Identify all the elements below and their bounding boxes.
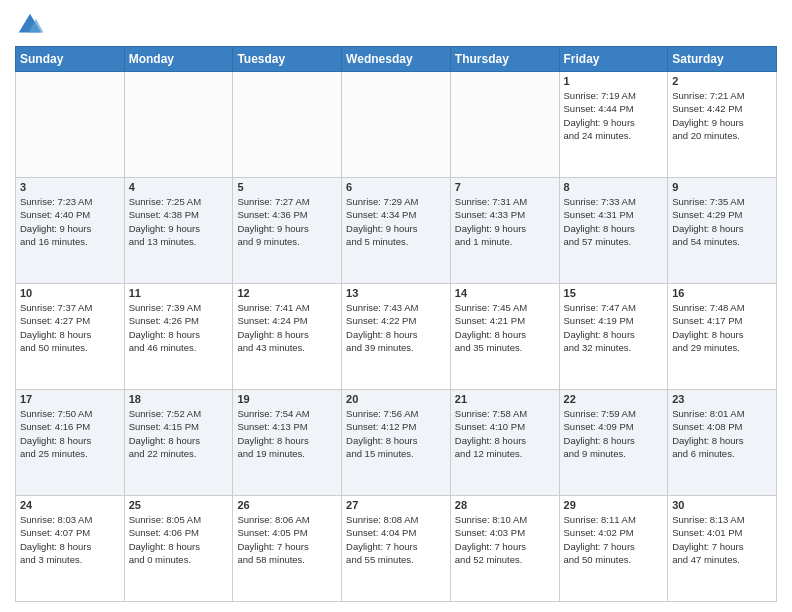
weekday-header: Wednesday	[342, 47, 451, 72]
day-number: 2	[672, 75, 772, 87]
calendar-cell: 28Sunrise: 8:10 AM Sunset: 4:03 PM Dayli…	[450, 496, 559, 602]
calendar-cell: 9Sunrise: 7:35 AM Sunset: 4:29 PM Daylig…	[668, 178, 777, 284]
calendar-cell	[450, 72, 559, 178]
calendar-cell: 14Sunrise: 7:45 AM Sunset: 4:21 PM Dayli…	[450, 284, 559, 390]
weekday-header: Tuesday	[233, 47, 342, 72]
day-info: Sunrise: 8:03 AM Sunset: 4:07 PM Dayligh…	[20, 513, 120, 566]
day-number: 25	[129, 499, 229, 511]
calendar-cell: 23Sunrise: 8:01 AM Sunset: 4:08 PM Dayli…	[668, 390, 777, 496]
weekday-header: Saturday	[668, 47, 777, 72]
day-number: 20	[346, 393, 446, 405]
day-number: 27	[346, 499, 446, 511]
day-info: Sunrise: 7:58 AM Sunset: 4:10 PM Dayligh…	[455, 407, 555, 460]
calendar-cell: 17Sunrise: 7:50 AM Sunset: 4:16 PM Dayli…	[16, 390, 125, 496]
day-number: 16	[672, 287, 772, 299]
calendar-cell: 26Sunrise: 8:06 AM Sunset: 4:05 PM Dayli…	[233, 496, 342, 602]
day-info: Sunrise: 7:39 AM Sunset: 4:26 PM Dayligh…	[129, 301, 229, 354]
day-info: Sunrise: 7:54 AM Sunset: 4:13 PM Dayligh…	[237, 407, 337, 460]
weekday-header: Monday	[124, 47, 233, 72]
day-info: Sunrise: 8:01 AM Sunset: 4:08 PM Dayligh…	[672, 407, 772, 460]
weekday-header: Thursday	[450, 47, 559, 72]
calendar-cell: 25Sunrise: 8:05 AM Sunset: 4:06 PM Dayli…	[124, 496, 233, 602]
calendar-cell: 20Sunrise: 7:56 AM Sunset: 4:12 PM Dayli…	[342, 390, 451, 496]
calendar-cell: 27Sunrise: 8:08 AM Sunset: 4:04 PM Dayli…	[342, 496, 451, 602]
calendar-cell: 1Sunrise: 7:19 AM Sunset: 4:44 PM Daylig…	[559, 72, 668, 178]
logo	[15, 10, 49, 40]
calendar-cell: 6Sunrise: 7:29 AM Sunset: 4:34 PM Daylig…	[342, 178, 451, 284]
weekday-header: Friday	[559, 47, 668, 72]
calendar-cell: 15Sunrise: 7:47 AM Sunset: 4:19 PM Dayli…	[559, 284, 668, 390]
day-info: Sunrise: 7:23 AM Sunset: 4:40 PM Dayligh…	[20, 195, 120, 248]
day-number: 7	[455, 181, 555, 193]
day-info: Sunrise: 8:11 AM Sunset: 4:02 PM Dayligh…	[564, 513, 664, 566]
day-number: 12	[237, 287, 337, 299]
calendar-cell: 24Sunrise: 8:03 AM Sunset: 4:07 PM Dayli…	[16, 496, 125, 602]
calendar-cell	[16, 72, 125, 178]
day-info: Sunrise: 7:35 AM Sunset: 4:29 PM Dayligh…	[672, 195, 772, 248]
calendar-cell: 7Sunrise: 7:31 AM Sunset: 4:33 PM Daylig…	[450, 178, 559, 284]
day-number: 21	[455, 393, 555, 405]
calendar-cell: 30Sunrise: 8:13 AM Sunset: 4:01 PM Dayli…	[668, 496, 777, 602]
day-number: 3	[20, 181, 120, 193]
day-info: Sunrise: 7:48 AM Sunset: 4:17 PM Dayligh…	[672, 301, 772, 354]
calendar-week-row: 1Sunrise: 7:19 AM Sunset: 4:44 PM Daylig…	[16, 72, 777, 178]
calendar-cell: 4Sunrise: 7:25 AM Sunset: 4:38 PM Daylig…	[124, 178, 233, 284]
day-info: Sunrise: 7:43 AM Sunset: 4:22 PM Dayligh…	[346, 301, 446, 354]
day-number: 17	[20, 393, 120, 405]
calendar: SundayMondayTuesdayWednesdayThursdayFrid…	[15, 46, 777, 602]
calendar-cell: 16Sunrise: 7:48 AM Sunset: 4:17 PM Dayli…	[668, 284, 777, 390]
calendar-cell: 18Sunrise: 7:52 AM Sunset: 4:15 PM Dayli…	[124, 390, 233, 496]
calendar-cell: 13Sunrise: 7:43 AM Sunset: 4:22 PM Dayli…	[342, 284, 451, 390]
day-number: 9	[672, 181, 772, 193]
day-info: Sunrise: 7:45 AM Sunset: 4:21 PM Dayligh…	[455, 301, 555, 354]
weekday-header: Sunday	[16, 47, 125, 72]
day-info: Sunrise: 7:37 AM Sunset: 4:27 PM Dayligh…	[20, 301, 120, 354]
day-number: 18	[129, 393, 229, 405]
header	[15, 10, 777, 40]
day-number: 23	[672, 393, 772, 405]
calendar-cell: 10Sunrise: 7:37 AM Sunset: 4:27 PM Dayli…	[16, 284, 125, 390]
day-info: Sunrise: 8:13 AM Sunset: 4:01 PM Dayligh…	[672, 513, 772, 566]
calendar-week-row: 3Sunrise: 7:23 AM Sunset: 4:40 PM Daylig…	[16, 178, 777, 284]
day-number: 14	[455, 287, 555, 299]
calendar-week-row: 17Sunrise: 7:50 AM Sunset: 4:16 PM Dayli…	[16, 390, 777, 496]
day-info: Sunrise: 7:47 AM Sunset: 4:19 PM Dayligh…	[564, 301, 664, 354]
calendar-cell: 22Sunrise: 7:59 AM Sunset: 4:09 PM Dayli…	[559, 390, 668, 496]
day-info: Sunrise: 7:31 AM Sunset: 4:33 PM Dayligh…	[455, 195, 555, 248]
day-number: 24	[20, 499, 120, 511]
day-number: 8	[564, 181, 664, 193]
day-number: 22	[564, 393, 664, 405]
calendar-header-row: SundayMondayTuesdayWednesdayThursdayFrid…	[16, 47, 777, 72]
calendar-cell	[233, 72, 342, 178]
calendar-cell	[342, 72, 451, 178]
day-info: Sunrise: 7:27 AM Sunset: 4:36 PM Dayligh…	[237, 195, 337, 248]
day-number: 29	[564, 499, 664, 511]
day-info: Sunrise: 7:33 AM Sunset: 4:31 PM Dayligh…	[564, 195, 664, 248]
calendar-cell	[124, 72, 233, 178]
day-number: 6	[346, 181, 446, 193]
day-info: Sunrise: 7:56 AM Sunset: 4:12 PM Dayligh…	[346, 407, 446, 460]
day-number: 1	[564, 75, 664, 87]
logo-icon	[15, 10, 45, 40]
calendar-cell: 21Sunrise: 7:58 AM Sunset: 4:10 PM Dayli…	[450, 390, 559, 496]
day-info: Sunrise: 7:41 AM Sunset: 4:24 PM Dayligh…	[237, 301, 337, 354]
day-number: 10	[20, 287, 120, 299]
calendar-cell: 29Sunrise: 8:11 AM Sunset: 4:02 PM Dayli…	[559, 496, 668, 602]
calendar-cell: 3Sunrise: 7:23 AM Sunset: 4:40 PM Daylig…	[16, 178, 125, 284]
calendar-cell: 19Sunrise: 7:54 AM Sunset: 4:13 PM Dayli…	[233, 390, 342, 496]
day-number: 30	[672, 499, 772, 511]
calendar-cell: 8Sunrise: 7:33 AM Sunset: 4:31 PM Daylig…	[559, 178, 668, 284]
day-number: 5	[237, 181, 337, 193]
day-info: Sunrise: 8:06 AM Sunset: 4:05 PM Dayligh…	[237, 513, 337, 566]
calendar-week-row: 24Sunrise: 8:03 AM Sunset: 4:07 PM Dayli…	[16, 496, 777, 602]
calendar-cell: 5Sunrise: 7:27 AM Sunset: 4:36 PM Daylig…	[233, 178, 342, 284]
day-number: 28	[455, 499, 555, 511]
day-info: Sunrise: 8:10 AM Sunset: 4:03 PM Dayligh…	[455, 513, 555, 566]
day-info: Sunrise: 8:05 AM Sunset: 4:06 PM Dayligh…	[129, 513, 229, 566]
day-number: 26	[237, 499, 337, 511]
day-info: Sunrise: 8:08 AM Sunset: 4:04 PM Dayligh…	[346, 513, 446, 566]
page: SundayMondayTuesdayWednesdayThursdayFrid…	[0, 0, 792, 612]
day-number: 15	[564, 287, 664, 299]
day-info: Sunrise: 7:52 AM Sunset: 4:15 PM Dayligh…	[129, 407, 229, 460]
day-info: Sunrise: 7:19 AM Sunset: 4:44 PM Dayligh…	[564, 89, 664, 142]
